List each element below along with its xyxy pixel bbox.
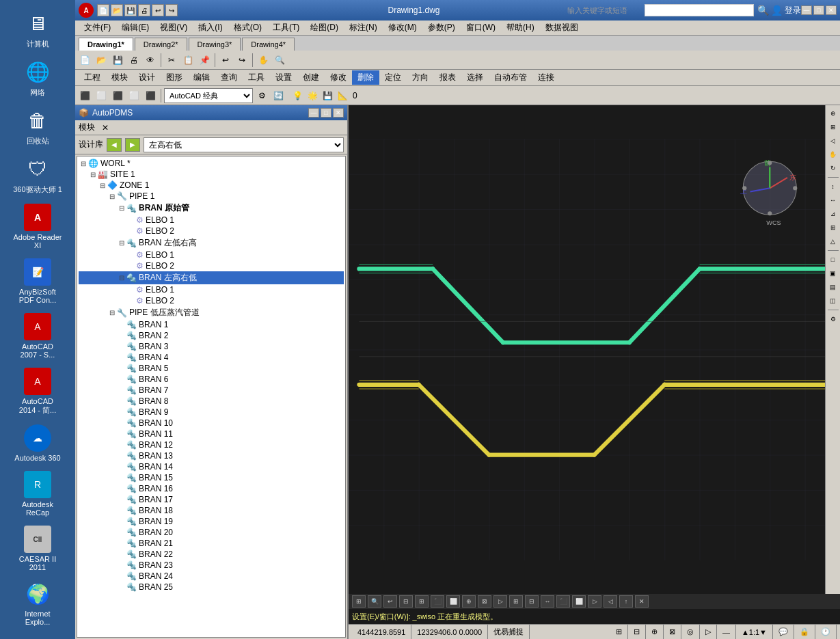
tree-node-pipe2[interactable]: ⊟ 🔧 PIPE 低压蒸汽管道 [79, 306, 344, 319]
pdms-menu-design[interactable]: 设计 [133, 70, 161, 85]
style-dropdown[interactable]: AutoCAD 经典 [164, 88, 253, 103]
vp-btn-15[interactable]: ⬜ [572, 595, 586, 608]
login-text[interactable]: 登录 [785, 5, 801, 16]
tb-cut[interactable]: ✂ [164, 53, 179, 68]
tree-node-bran6[interactable]: 🔩 BRAN 6 [79, 374, 344, 385]
menu-insert[interactable]: 插入(I) [193, 21, 228, 35]
tree-node-elbo2b[interactable]: ⚙ ELBO 2 [79, 260, 344, 271]
tb-redo[interactable]: ↪ [234, 53, 249, 68]
tb-plotpreview[interactable]: 👁 [143, 53, 158, 68]
scale-up[interactable]: ▲ [742, 628, 749, 636]
vp-btn-1[interactable]: ⊞ [352, 595, 366, 608]
tree-node-zone1[interactable]: ⊟ 🔷 ZONE 1 [79, 180, 344, 191]
vp-btn-4[interactable]: ⊟ [399, 595, 413, 608]
tab-drawing1[interactable]: Drawing1* [79, 38, 133, 51]
status-scale[interactable]: ▲ 1:1 ▼ [736, 625, 773, 639]
menu-dataview[interactable]: 数据视图 [540, 21, 584, 35]
tree-node-bran22[interactable]: 🔩 BRAN 22 [79, 549, 344, 560]
rtb-view1[interactable]: □ [827, 254, 839, 266]
rtb-3d-5[interactable]: △ [827, 235, 839, 247]
user-icon[interactable]: 👤 [771, 5, 783, 16]
rtb-zoom-prev[interactable]: ◁ [827, 135, 839, 147]
pdms-menu-modify[interactable]: 修改 [325, 70, 352, 85]
tb-3d-1[interactable]: ⬛ [77, 88, 92, 103]
tree-toggle-bran-leftlow[interactable]: ⊟ [117, 239, 126, 247]
tb-layer4[interactable]: 📐 [335, 88, 350, 103]
tree-node-bran23[interactable]: 🔩 BRAN 23 [79, 560, 344, 571]
rtb-3d-1[interactable]: ↕ [827, 180, 839, 193]
rtb-view2[interactable]: ▣ [827, 267, 839, 280]
tree-node-bran2[interactable]: 🔩 BRAN 2 [79, 330, 344, 341]
status-osnap[interactable]: ◎ [681, 625, 700, 639]
vp-btn-end[interactable]: ✕ [635, 595, 649, 608]
tree-node-elbo1a[interactable]: ⚙ ELBO 1 [79, 215, 344, 226]
tree-node-bran20[interactable]: 🔩 BRAN 20 [79, 527, 344, 538]
tree-toggle-bran-lefthigh[interactable]: ⊟ [117, 274, 126, 282]
vp-btn-2[interactable]: 🔍 [368, 595, 381, 608]
menu-format[interactable]: 格式(O) [228, 21, 267, 35]
desktop-icon-autocad2014[interactable]: A AutoCAD 2014 - 简... [10, 365, 65, 418]
tree-node-elbo2c[interactable]: ⚙ ELBO 2 [79, 295, 344, 306]
3d-viewport[interactable]: 东 前 上 WCS ⊕ ⊞ ◁ ✋ [349, 105, 840, 594]
rtb-settings[interactable]: ⚙ [827, 313, 839, 325]
pdms-minimize[interactable]: — [308, 108, 319, 118]
tab-drawing4[interactable]: Drawing4* [242, 38, 295, 51]
tb-zoom[interactable]: 🔍 [272, 53, 287, 68]
tb-3d-4[interactable]: ⬜ [126, 88, 141, 103]
tree-node-bran25[interactable]: 🔩 BRAN 25 [79, 582, 344, 593]
save-btn[interactable]: 💾 [124, 4, 137, 16]
tree-node-bran18[interactable]: 🔩 BRAN 18 [79, 505, 344, 516]
pdms-tree[interactable]: ⊟ 🌐 WORL * ⊟ 🏭 SITE 1 ⊟ 🔷 ZONE 1 [77, 156, 346, 638]
tree-node-bran3[interactable]: 🔩 BRAN 3 [79, 341, 344, 352]
status-grid[interactable]: ⊞ [610, 625, 628, 639]
tree-node-world[interactable]: ⊟ 🌐 WORL * [79, 158, 344, 169]
pdms-menu-connect[interactable]: 连接 [532, 70, 560, 85]
tb-settings[interactable]: ⚙ [254, 88, 269, 103]
orientation-dropdown[interactable]: 左高右低 左低右高 原始管 [144, 137, 344, 152]
tb-copy[interactable]: 📋 [180, 53, 195, 68]
menu-modify[interactable]: 修改(M) [383, 21, 422, 35]
vp-btn-17[interactable]: ◁ [604, 595, 617, 608]
vp-btn-16[interactable]: ▷ [588, 595, 601, 608]
pdms-menu-report[interactable]: 报表 [434, 70, 461, 85]
menu-params[interactable]: 参数(P) [422, 21, 461, 35]
desktop-icon-recycle[interactable]: 🗑 回收站 [10, 104, 65, 149]
status-lw[interactable]: — [717, 625, 736, 639]
vp-btn-9[interactable]: ⊠ [478, 595, 491, 608]
pdms-menu-graphic[interactable]: 图形 [161, 70, 188, 85]
pdms-menu-position[interactable]: 定位 [379, 70, 407, 85]
status-snap-btn[interactable]: ⊟ [628, 625, 646, 639]
status-bubble[interactable]: 💬 [773, 625, 794, 639]
tb-layer[interactable]: 💡 [290, 88, 305, 103]
tb-undo[interactable]: ↩ [218, 53, 233, 68]
desktop-icon-adobe[interactable]: A Adobe Reader XI [10, 201, 65, 252]
tb-pan[interactable]: ✋ [256, 53, 271, 68]
tab-drawing3[interactable]: Drawing3* [189, 38, 241, 51]
menu-tools[interactable]: 工具(T) [267, 21, 305, 35]
menu-edit[interactable]: 编辑(E) [116, 21, 154, 35]
pdms-maximize[interactable]: □ [321, 108, 331, 118]
pdms-menu-module[interactable]: 模块 [106, 70, 133, 85]
desktop-icon-anybiz[interactable]: 📝 AnyBizSoft PDF Con... [10, 256, 65, 307]
tree-node-bran11[interactable]: 🔩 BRAN 11 [79, 429, 344, 439]
pdms-menu-create[interactable]: 创建 [297, 70, 325, 85]
tb-open[interactable]: 📂 [94, 53, 109, 68]
menu-help[interactable]: 帮助(H) [501, 21, 540, 35]
scale-down[interactable]: ▼ [759, 628, 767, 636]
desktop-icon-internet[interactable]: 🌍 Internet Explo... [10, 577, 65, 629]
tb-save[interactable]: 💾 [110, 53, 125, 68]
vp-btn-5[interactable]: ⊞ [415, 595, 429, 608]
tree-node-bran9[interactable]: 🔩 BRAN 9 [79, 407, 344, 418]
rtb-3d-2[interactable]: ↔ [827, 194, 839, 206]
redo-btn[interactable]: ↪ [165, 4, 178, 16]
vp-btn-18[interactable]: ↑ [619, 595, 633, 608]
pdms-menu-engineering[interactable]: 工程 [79, 70, 106, 85]
pdms-menu-select[interactable]: 选择 [461, 70, 489, 85]
minimize-btn[interactable]: — [801, 5, 812, 15]
rtb-pan[interactable]: ✋ [827, 148, 839, 161]
tree-node-bran12[interactable]: 🔩 BRAN 12 [79, 439, 344, 450]
vp-btn-7[interactable]: ⬜ [446, 595, 460, 608]
rtb-3d-4[interactable]: ⊞ [827, 221, 839, 234]
tb-refresh[interactable]: 🔄 [271, 88, 286, 103]
tb-3d-3[interactable]: ⬛ [110, 88, 125, 103]
